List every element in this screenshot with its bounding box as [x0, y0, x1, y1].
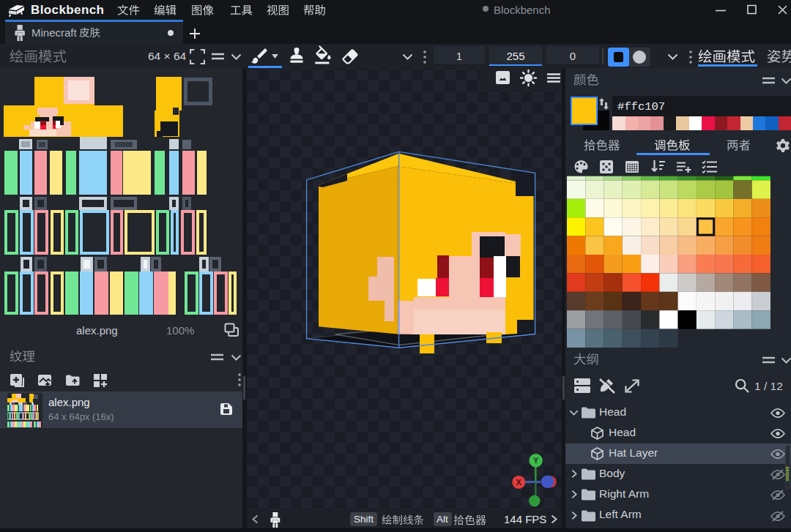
svg-text:X: X — [516, 478, 522, 487]
svg-text:Y: Y — [533, 456, 539, 465]
